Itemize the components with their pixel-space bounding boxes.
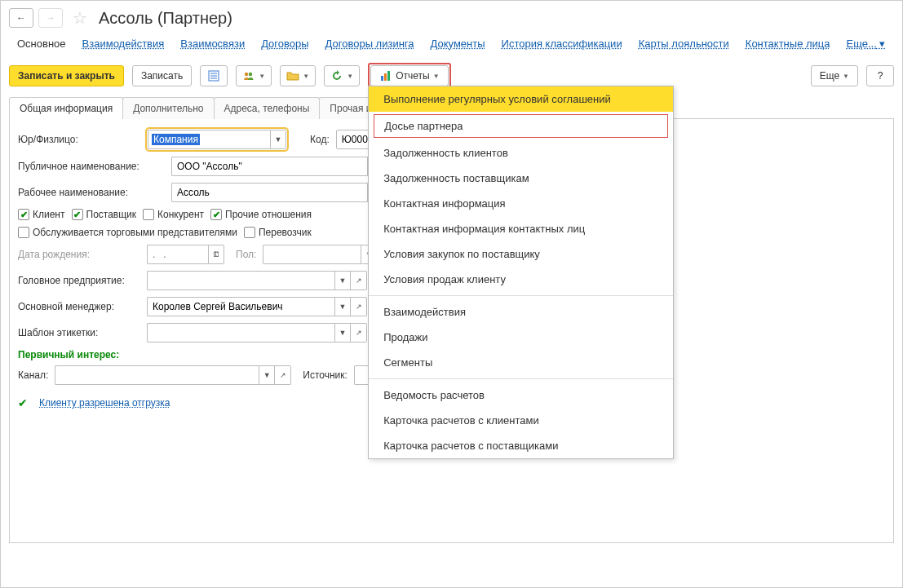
dropdown-icon[interactable]: ▼	[334, 323, 351, 343]
report-item-client-settlements-card[interactable]: Карточка расчетов с клиентами	[369, 408, 673, 433]
entity-type-value: Компания	[152, 134, 200, 145]
navlink-documents[interactable]: Документы	[431, 38, 485, 50]
more-button[interactable]: Еще ▼	[811, 65, 858, 86]
menu-separator	[369, 295, 673, 296]
label-channel: Канал:	[18, 369, 48, 381]
report-item-purchase-conditions[interactable]: Условия закупок по поставщику	[369, 241, 673, 267]
label-entity-type: Юр/Физлицо:	[18, 134, 140, 145]
svg-point-5	[249, 73, 252, 76]
reports-dropdown: Отчеты ▼ Выполнение регулярных условий с…	[368, 63, 450, 89]
dropdown-icon[interactable]: ▼	[259, 365, 275, 385]
save-button[interactable]: Записать	[132, 65, 192, 86]
manager-combo[interactable]: ▼ ↗	[147, 297, 367, 316]
navlink-history[interactable]: История классификации	[502, 38, 622, 50]
reports-button[interactable]: Отчеты ▼	[370, 65, 448, 86]
report-item-sales-conditions[interactable]: Условия продаж клиенту	[369, 267, 673, 292]
checkbox-served-by-reps[interactable]: Обслуживается торговыми представителями	[18, 227, 237, 238]
favorite-star-icon[interactable]: ☆	[71, 9, 89, 27]
chart-icon	[379, 69, 392, 82]
save-and-close-button[interactable]: Записать и закрыть	[9, 65, 124, 86]
label-working-name: Рабочее наименование:	[18, 187, 165, 198]
report-item-contact-persons-info[interactable]: Контактная информация контактных лиц	[369, 216, 673, 241]
open-icon[interactable]: ↗	[351, 297, 367, 316]
navlink-more[interactable]: Еще... ▾	[847, 38, 886, 50]
parent-combo[interactable]: ▼ ↗	[147, 271, 367, 290]
checkbox-supplier[interactable]: Поставщик	[72, 209, 137, 220]
label-sex: Пол:	[236, 249, 256, 260]
toolbar: Записать и закрыть Записать ▼ ▼ ▼ Отчеты…	[9, 60, 894, 97]
label-code: Код:	[310, 134, 330, 145]
refresh-dropdown-button[interactable]: ▼	[324, 65, 360, 86]
reports-label: Отчеты	[396, 70, 429, 82]
section-nav: Основное Взаимодействия Взаимосвязи Дого…	[9, 34, 894, 60]
label-birthdate: Дата рождения:	[18, 249, 140, 260]
dropdown-icon[interactable]: ▼	[334, 271, 351, 290]
labeltpl-combo[interactable]: ▼ ↗	[147, 323, 367, 343]
menu-separator	[369, 378, 673, 379]
checkbox-client[interactable]: Клиент	[18, 209, 65, 220]
entity-type-combo[interactable]: Компания ▼	[148, 130, 286, 149]
label-manager: Основной менеджер:	[18, 301, 140, 312]
dropdown-icon[interactable]: ▼	[334, 297, 351, 316]
label-public-name: Публичное наименование:	[18, 161, 165, 172]
navlink-main[interactable]: Основное	[17, 38, 66, 50]
report-item-settlements-sheet[interactable]: Ведомость расчетов	[369, 382, 673, 408]
folder-icon	[286, 69, 299, 82]
navlink-contacts[interactable]: Контактные лица	[746, 38, 830, 50]
titlebar: ← → ☆ Ассоль (Партнер)	[9, 5, 894, 34]
tab-general[interactable]: Общая информация	[9, 97, 123, 119]
svg-rect-7	[384, 73, 387, 81]
open-icon[interactable]: ↗	[275, 365, 291, 385]
open-icon[interactable]: ↗	[351, 271, 367, 290]
window: ← → ☆ Ассоль (Партнер) Основное Взаимоде…	[0, 0, 903, 588]
list-icon-button[interactable]	[200, 65, 228, 86]
entity-type-highlight: Компания ▼	[147, 129, 287, 150]
source-combo[interactable]	[354, 365, 369, 385]
birthdate-field[interactable]: 🗓	[147, 245, 224, 264]
help-button[interactable]: ?	[866, 65, 894, 86]
svg-rect-6	[381, 76, 383, 81]
report-item-partner-dossier[interactable]: Досье партнера	[374, 114, 668, 138]
users-dropdown-button[interactable]: ▼	[236, 65, 272, 86]
label-parent: Головное предприятие:	[18, 275, 140, 286]
reports-menu: Выполнение регулярных условий соглашений…	[368, 86, 674, 459]
checkbox-carrier[interactable]: Перевозчик	[244, 227, 312, 238]
report-item-sales[interactable]: Продажи	[369, 325, 673, 350]
checkbox-competitor[interactable]: Конкурент	[143, 209, 204, 220]
page-title: Ассоль (Партнер)	[94, 9, 232, 28]
navlink-leasing[interactable]: Договоры лизинга	[325, 38, 414, 50]
navlink-contracts[interactable]: Договоры	[261, 38, 308, 50]
nav-forward-button[interactable]: →	[38, 8, 63, 28]
channel-combo[interactable]: ▼ ↗	[55, 365, 291, 385]
sex-combo[interactable]: ▼	[263, 245, 377, 264]
svg-rect-8	[387, 71, 390, 81]
shipment-allowed-link[interactable]: Клиенту разрешена отгрузка	[39, 397, 170, 409]
navlink-loyalty[interactable]: Карты лояльности	[639, 38, 729, 50]
report-item-interactions[interactable]: Взаимодействия	[369, 299, 673, 325]
report-item-supplier-settlements-card[interactable]: Карточка расчетов с поставщиками	[369, 433, 673, 458]
public-name-combo[interactable]: ▼	[171, 157, 383, 176]
nav-back-button[interactable]: ←	[9, 8, 33, 28]
check-icon: ✔	[18, 396, 28, 409]
report-item-segments[interactable]: Сегменты	[369, 350, 673, 375]
dropdown-icon[interactable]: ▼	[270, 130, 286, 149]
report-item-contact-info[interactable]: Контактная информация	[369, 191, 673, 216]
report-item-regular-conditions[interactable]: Выполнение регулярных условий соглашений	[369, 86, 673, 112]
report-item-supplier-debt[interactable]: Задолженность поставщикам	[369, 166, 673, 191]
open-icon[interactable]: ↗	[351, 323, 367, 343]
checkbox-other-relations[interactable]: Прочие отношения	[210, 209, 312, 220]
svg-point-4	[245, 73, 248, 76]
tab-additional[interactable]: Дополнительно	[122, 97, 214, 119]
users-icon	[242, 69, 255, 82]
folder-dropdown-button[interactable]: ▼	[280, 65, 316, 86]
refresh-icon	[330, 69, 343, 82]
calendar-icon[interactable]: 🗓	[208, 245, 224, 264]
working-name-combo[interactable]: ▼	[171, 183, 383, 202]
report-item-client-debt[interactable]: Задолженность клиентов	[369, 140, 673, 166]
list-icon	[207, 69, 220, 82]
navlink-relations[interactable]: Взаимосвязи	[180, 38, 245, 50]
tab-addresses[interactable]: Адреса, телефоны	[214, 97, 321, 119]
label-labeltpl: Шаблон этикетки:	[18, 327, 140, 338]
label-source: Источник:	[303, 369, 347, 381]
navlink-interactions[interactable]: Взаимодействия	[82, 38, 165, 50]
